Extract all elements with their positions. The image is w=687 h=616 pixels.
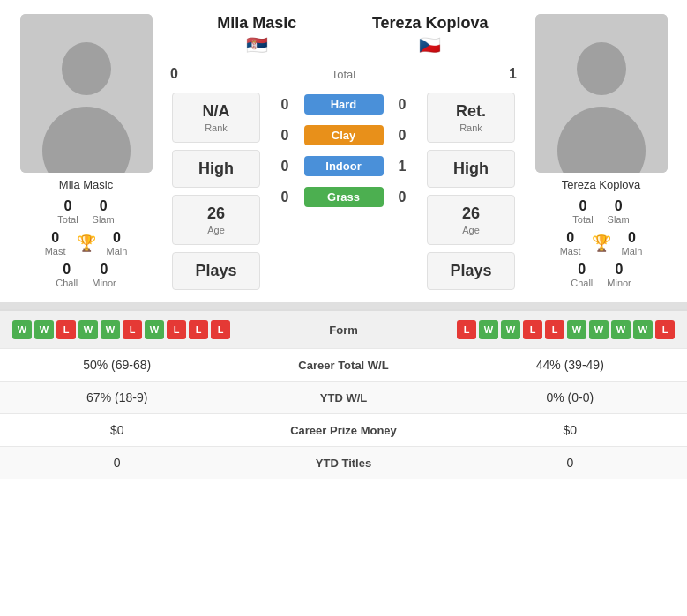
clay-row: 0 Clay 0: [267, 120, 420, 151]
right-total-stat: 0 Total: [572, 198, 593, 225]
names-header: Mila Masic 🇷🇸 Tereza Koplova 🇨🇿: [163, 14, 524, 56]
right-mast-stat: 0 Mast: [560, 230, 581, 256]
right-form-badge-w: W: [589, 320, 609, 339]
indoor-right-score: 1: [392, 159, 413, 174]
left-form-badge-l: L: [167, 320, 186, 339]
right-main-stat: 0 Main: [622, 230, 643, 256]
career-right-val-3: 0: [467, 456, 673, 470]
indoor-row: 0 Indoor 1: [267, 151, 420, 182]
players-section: Mila Masic 0 Total 0 Slam 0 Mast 🏆 0: [0, 0, 687, 302]
career-left-val-1: 67% (18-9): [14, 390, 220, 404]
left-player-name-header: Mila Masic: [170, 14, 344, 33]
right-player-name-label: Tereza Koplova: [562, 178, 641, 191]
right-stats-row-3: 0 Chall 0 Minor: [571, 262, 631, 288]
right-avatar: [535, 14, 668, 173]
left-form-badges: WWLWWLWLLL: [12, 320, 230, 339]
career-label-1: YTD W/L: [220, 391, 467, 404]
right-plays-box: Plays: [427, 252, 515, 290]
career-label-0: Career Total W/L: [220, 359, 467, 372]
left-form-badge-l: L: [56, 320, 76, 339]
hard-right-score: 0: [392, 97, 413, 113]
indoor-left-score: 0: [274, 159, 295, 174]
right-form-badge-w: W: [567, 320, 586, 339]
right-form-badge-l: L: [655, 320, 675, 339]
left-form-badge-w: W: [78, 320, 98, 339]
left-stats-row-3: 0 Chall 0 Minor: [56, 262, 116, 288]
left-mast-main-row: 0 Mast 🏆 0 Main: [45, 230, 128, 256]
left-slam-stat: 0 Slam: [93, 198, 115, 225]
clay-right-score: 0: [392, 128, 413, 144]
left-minor-stat: 0 Minor: [92, 262, 116, 288]
svg-point-1: [62, 42, 111, 95]
career-left-val-0: 50% (69-68): [14, 358, 220, 372]
clay-left-score: 0: [274, 128, 295, 144]
middle-section: Mila Masic 🇷🇸 Tereza Koplova 🇨🇿 0 Total …: [163, 14, 524, 293]
right-mast-main-row: 0 Mast 🏆 0 Main: [560, 230, 643, 256]
section-divider: [0, 302, 687, 309]
right-player-card: Tereza Koplova 0 Total 0 Slam 0 Mast 🏆: [524, 14, 678, 293]
total-row: 0 Total 1: [163, 63, 524, 89]
career-right-val-1: 0% (0-0): [467, 390, 673, 404]
total-label: Total: [332, 68, 355, 81]
career-right-val-0: 44% (39-49): [467, 358, 673, 372]
left-stats-row-1: 0 Total 0 Slam: [57, 198, 114, 225]
right-form-badges: LWWLLWWWWL: [457, 320, 675, 339]
hard-row: 0 Hard 0: [267, 89, 420, 120]
surface-rows: 0 Hard 0 0 Clay 0 0 Indoor 1: [267, 89, 420, 212]
left-detail-boxes: N/A Rank High 26 Age Plays: [168, 89, 264, 293]
right-player-name-header: Tereza Koplova: [344, 14, 518, 33]
form-section: WWLWWLWLLL Form LWWLLWWWWL: [0, 309, 687, 348]
career-stats-row-1: 67% (18-9)YTD W/L0% (0-0): [0, 381, 687, 413]
right-flag: 🇨🇿: [344, 34, 518, 56]
right-form-badge-w: W: [633, 320, 653, 339]
total-right-score: 1: [509, 66, 517, 82]
clay-badge: Clay: [304, 125, 384, 145]
right-minor-stat: 0 Minor: [607, 262, 631, 288]
main-container: Mila Masic 0 Total 0 Slam 0 Mast 🏆 0: [0, 0, 687, 479]
left-trophy-icon: 🏆: [77, 234, 96, 253]
right-rank-box: Ret. Rank: [427, 93, 515, 143]
left-player-name-label: Mila Masic: [59, 178, 113, 191]
total-left-score: 0: [170, 66, 178, 82]
right-slam-stat: 0 Slam: [608, 198, 630, 225]
career-left-val-2: $0: [14, 423, 220, 437]
grass-row: 0 Grass 0: [267, 182, 420, 212]
left-chall-stat: 0 Chall: [56, 262, 78, 288]
career-stats-row-2: $0Career Prize Money$0: [0, 413, 687, 446]
right-detail-boxes: Ret. Rank High 26 Age Plays: [423, 89, 519, 293]
right-form-badge-w: W: [611, 320, 631, 339]
left-form-badge-w: W: [145, 320, 164, 339]
left-form-badge-l: L: [189, 320, 208, 339]
right-trophy-icon: 🏆: [592, 234, 611, 253]
form-label: Form: [329, 323, 358, 337]
left-flag: 🇷🇸: [170, 34, 344, 56]
career-label-3: YTD Titles: [220, 456, 467, 470]
career-stats-table: 50% (69-68)Career Total W/L44% (39-49)67…: [0, 348, 687, 479]
left-plays-box: Plays: [172, 252, 260, 290]
left-avatar: [20, 14, 153, 173]
right-form-badge-l: L: [523, 320, 542, 339]
hard-left-score: 0: [274, 97, 295, 113]
left-player-card: Mila Masic 0 Total 0 Slam 0 Mast 🏆 0: [9, 14, 163, 293]
right-stats-row-1: 0 Total 0 Slam: [572, 198, 629, 225]
right-form-badge-w: W: [501, 320, 520, 339]
grass-badge: Grass: [304, 187, 384, 207]
left-rank-box: N/A Rank: [172, 93, 260, 143]
career-stats-row-3: 0YTD Titles0: [0, 446, 687, 479]
left-age-box: 26 Age: [172, 195, 260, 245]
hard-badge: Hard: [304, 94, 384, 115]
left-total-stat: 0 Total: [57, 198, 78, 225]
left-high-box: High: [172, 150, 260, 188]
career-stats-row-0: 50% (69-68)Career Total W/L44% (39-49): [0, 348, 687, 381]
right-form-badge-l: L: [545, 320, 564, 339]
right-age-box: 26 Age: [427, 195, 515, 245]
left-mast-stat: 0 Mast: [45, 230, 66, 256]
career-label-2: Career Prize Money: [220, 424, 467, 437]
left-form-badge-w: W: [34, 320, 54, 339]
right-chall-stat: 0 Chall: [571, 262, 593, 288]
right-form-badge-l: L: [457, 320, 476, 339]
comparison-layout: N/A Rank High 26 Age Plays: [163, 89, 524, 293]
right-form-badge-w: W: [479, 320, 498, 339]
left-form-badge-l: L: [211, 320, 230, 339]
career-right-val-2: $0: [467, 423, 673, 437]
